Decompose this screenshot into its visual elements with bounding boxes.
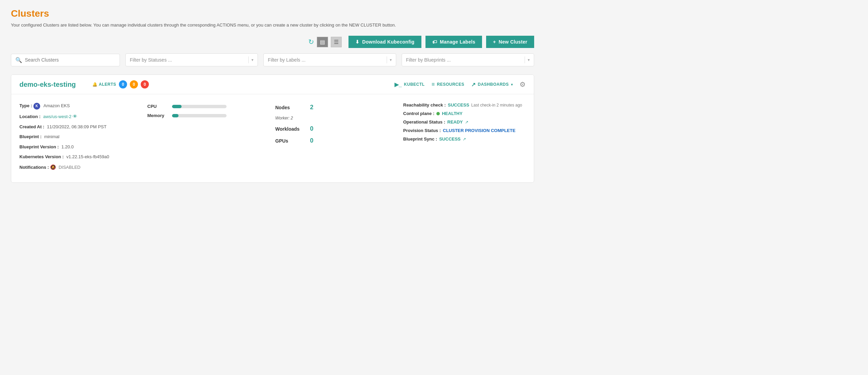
new-cluster-button[interactable]: + New Cluster [486,36,534,48]
eks-icon: K [33,103,40,110]
blueprints-filter[interactable]: Filter by Blueprints ... ▾ [402,53,534,66]
kubectl-action[interactable]: ▶_ KUBECTL [394,81,425,88]
download-kubeconfig-button[interactable]: ⬇ Download Kubeconfig [348,36,421,48]
page-subtitle: Your configured Clusters are listed belo… [11,22,534,28]
label-icon: 🏷 [432,39,437,45]
k8s-version-row: Kubernetes Version : v1.22.15-eks-fb459a… [19,153,142,160]
cpu-progress-fill [172,105,182,108]
external-link-icon[interactable]: ↗ [465,120,468,125]
alert-badge-orange[interactable]: 0 [130,80,138,88]
list-view-button[interactable]: ☰ [331,37,342,47]
resources-icon: ≡ [432,81,435,87]
workloads-stat: Workloads 0 [275,125,398,132]
divider [248,56,249,63]
cluster-body: Type : K Amazon EKS Location : aws/us-we… [11,94,534,182]
operational-status: Operational Status : READY ↗ [403,119,526,125]
search-box[interactable]: 🔍 [11,54,120,66]
blueprint-version-row: Blueprint Version : 1.20.0 [19,144,142,150]
bell-off-icon: 🔕 [50,164,56,170]
dashboards-action[interactable]: ↗ DASHBOARDS ▾ [471,81,513,88]
worker-stat: Worker: 2 [275,116,398,120]
download-icon: ⬇ [355,39,359,45]
filters-bar: 🔍 Filter by Statuses ... ▾ Filter by Lab… [11,53,534,66]
cpu-resource: CPU [148,104,270,109]
divider [525,56,525,63]
memory-progress-fill [172,114,179,117]
resources-action[interactable]: ≡ RESOURCES [432,81,464,87]
settings-button[interactable]: ⚙ [520,80,526,88]
alerts-label: 🔔 ALERTS [92,82,117,87]
toolbar: ↻ ▤ ☰ ⬇ Download Kubeconfig 🏷 Manage Lab… [11,36,534,48]
health-dot [436,112,440,115]
location-row: Location : aws/us-west-2 👁 [19,113,142,120]
blueprint-row: Blueprint : minimal [19,133,142,140]
gpus-stat: GPUs 0 [275,137,398,144]
notifications-row: Notifications : 🔕 DISABLED [19,164,142,171]
chart-icon: ↗ [471,81,476,88]
stats-column: Nodes 2 Worker: 2 Workloads 0 GPUs 0 [275,102,398,174]
chevron-down-icon: ▾ [390,58,392,62]
terminal-icon: ▶_ [394,81,402,88]
blueprint-sync-status: Blueprint Sync : SUCCESS ↗ [403,136,526,142]
search-icon: 🔍 [15,57,22,63]
chevron-down-icon: ▾ [528,58,530,62]
manage-labels-button[interactable]: 🏷 Manage Labels [425,36,482,48]
created-row: Created At : 11/20/2022, 06:38:09 PM PST [19,124,142,130]
provision-status: Provision Status : CLUSTER PROVISION COM… [403,128,526,133]
memory-resource: Memory [148,113,270,118]
reachability-status: Reachability check : SUCCESS Last check-… [403,102,526,108]
cluster-header: demo-eks-testing 🔔 ALERTS 0 0 0 ▶_ KUBEC… [11,75,534,94]
eye-icon[interactable]: 👁 [73,114,77,119]
info-column: Type : K Amazon EKS Location : aws/us-we… [19,102,142,174]
cluster-name[interactable]: demo-eks-testing [19,81,76,88]
external-link-icon[interactable]: ↗ [463,137,466,142]
header-actions: ▶_ KUBECTL ≡ RESOURCES ↗ DASHBOARDS ▾ ⚙ [394,80,526,88]
nodes-stat: Nodes 2 [275,104,398,111]
alert-badge-red[interactable]: 0 [141,80,149,88]
type-row: Type : K Amazon EKS [19,102,142,110]
cpu-progress-bg [172,105,227,108]
labels-filter[interactable]: Filter by Labels ... ▾ [263,53,396,66]
refresh-button[interactable]: ↻ [308,38,314,46]
resources-column: CPU Memory [148,102,270,174]
memory-progress-bg [172,114,227,117]
control-plane-status: Control plane : HEALTHY [403,111,526,116]
search-input[interactable] [25,57,115,63]
view-icons: ↻ ▤ ☰ [308,37,342,47]
page-title: Clusters [11,8,534,19]
alerts-section: 🔔 ALERTS 0 0 0 [92,80,149,88]
status-column: Reachability check : SUCCESS Last check-… [403,102,526,174]
bell-icon: 🔔 [92,82,98,87]
status-filter[interactable]: Filter by Statuses ... ▾ [125,53,258,66]
chevron-down-icon: ▾ [251,58,253,62]
divider [387,56,387,63]
chevron-down-icon: ▾ [511,83,513,86]
plus-icon: + [493,39,496,45]
alert-badge-blue[interactable]: 0 [119,80,127,88]
cluster-card: demo-eks-testing 🔔 ALERTS 0 0 0 ▶_ KUBEC… [11,75,534,183]
card-view-button[interactable]: ▤ [317,37,328,47]
